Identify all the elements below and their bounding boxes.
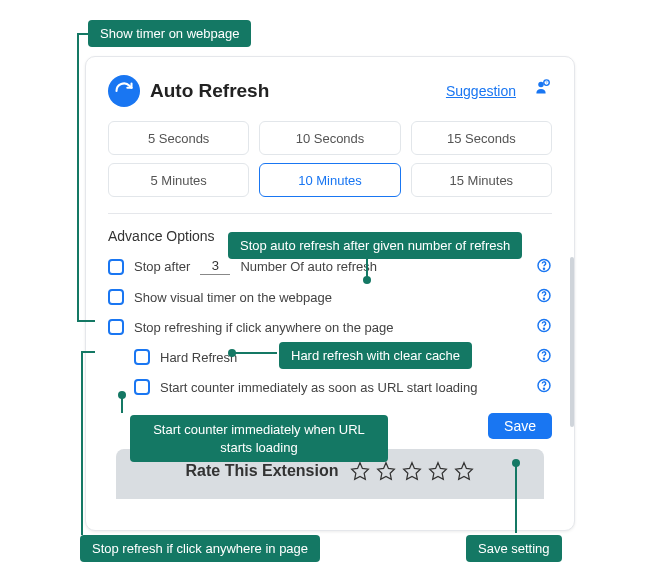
callout-stop-click: Stop refresh if click anywhere in page: [80, 535, 320, 562]
svg-point-0: [538, 82, 544, 88]
help-icon[interactable]: [536, 318, 552, 337]
star-icon[interactable]: [376, 461, 396, 481]
help-icon[interactable]: [536, 257, 552, 276]
help-icon[interactable]: [536, 378, 552, 397]
callout-start-counter: Start counter immediately when URL start…: [130, 415, 388, 462]
stop-after-label-post: Number Of auto refresh: [240, 259, 377, 274]
callout-save-setting: Save setting: [466, 535, 562, 562]
callout-show-timer: Show timer on webpage: [88, 20, 251, 47]
title-wrap: Auto Refresh: [108, 75, 269, 107]
svg-point-8: [543, 328, 544, 329]
star-icon[interactable]: [402, 461, 422, 481]
callout-stop-count: Stop auto refresh after given number of …: [228, 232, 522, 259]
preset-10m[interactable]: 10 Minutes: [259, 163, 400, 197]
star-icon[interactable]: [350, 461, 370, 481]
stop-after-label-pre: Stop after: [134, 259, 190, 274]
stop-after-checkbox[interactable]: [108, 259, 124, 275]
page-title: Auto Refresh: [150, 80, 269, 102]
start-counter-label: Start counter immediately as soon as URL…: [160, 380, 477, 395]
callout-hard-refresh: Hard refresh with clear cache: [279, 342, 472, 369]
option-show-visual-timer: Show visual timer on the webpage: [108, 289, 552, 305]
svg-point-6: [543, 298, 544, 299]
options-list: Stop after Number Of auto refresh Show v…: [108, 258, 552, 395]
preset-grid: 5 Seconds 10 Seconds 15 Seconds 5 Minute…: [108, 121, 552, 197]
svg-point-10: [543, 358, 544, 359]
stop-click-label: Stop refreshing if click anywhere on the…: [134, 320, 393, 335]
scrollbar[interactable]: [570, 257, 574, 427]
help-icon[interactable]: [536, 348, 552, 367]
option-stop-after: Stop after Number Of auto refresh: [108, 258, 552, 275]
preset-5m[interactable]: 5 Minutes: [108, 163, 249, 197]
svg-point-4: [543, 268, 544, 269]
preset-15s[interactable]: 15 Seconds: [411, 121, 552, 155]
stop-after-input[interactable]: [200, 258, 230, 275]
refresh-icon: [108, 75, 140, 107]
save-button[interactable]: Save: [488, 413, 552, 439]
suggestion-link[interactable]: Suggestion: [446, 83, 516, 99]
svg-point-12: [543, 388, 544, 389]
help-icon[interactable]: [536, 288, 552, 307]
support-icon[interactable]: ?: [530, 78, 552, 104]
preset-15m[interactable]: 15 Minutes: [411, 163, 552, 197]
preset-5s[interactable]: 5 Seconds: [108, 121, 249, 155]
panel-header: Auto Refresh Suggestion ?: [108, 75, 552, 107]
preset-10s[interactable]: 10 Seconds: [259, 121, 400, 155]
stop-click-checkbox[interactable]: [108, 319, 124, 335]
hard-refresh-label: Hard Refresh: [160, 350, 237, 365]
start-counter-checkbox[interactable]: [134, 379, 150, 395]
option-stop-on-click: Stop refreshing if click anywhere on the…: [108, 319, 552, 335]
star-icon[interactable]: [428, 461, 448, 481]
show-visual-checkbox[interactable]: [108, 289, 124, 305]
option-start-counter: Start counter immediately as soon as URL…: [108, 379, 552, 395]
rating-stars[interactable]: [350, 461, 474, 481]
hard-refresh-checkbox[interactable]: [134, 349, 150, 365]
rate-label: Rate This Extension: [186, 462, 339, 480]
show-visual-label: Show visual timer on the webpage: [134, 290, 332, 305]
star-icon[interactable]: [454, 461, 474, 481]
divider: [108, 213, 552, 214]
